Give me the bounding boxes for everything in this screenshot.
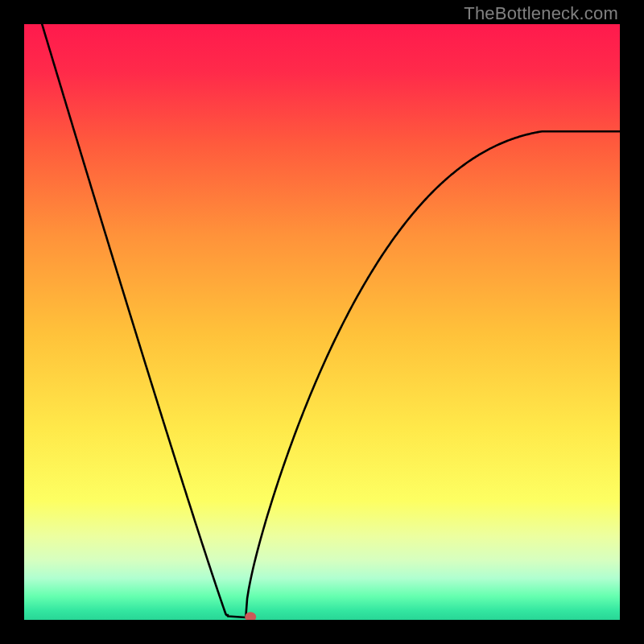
- watermark-text: TheBottleneck.com: [464, 3, 618, 24]
- bottleneck-chart: [24, 24, 620, 620]
- chart-frame: TheBottleneck.com: [0, 0, 644, 644]
- gradient-background: [24, 24, 620, 620]
- plot-area: [24, 24, 620, 620]
